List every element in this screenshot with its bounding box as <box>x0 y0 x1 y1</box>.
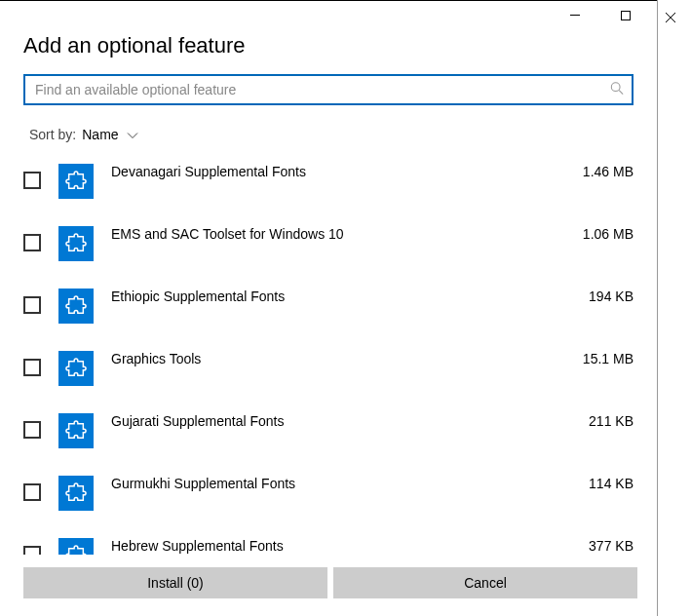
feature-name: Hebrew Supplemental Fonts <box>111 538 571 554</box>
chevron-down-icon <box>127 127 138 142</box>
list-item[interactable]: Hebrew Supplemental Fonts 377 KB <box>23 530 637 555</box>
sort-selector[interactable]: Sort by: Name <box>0 113 657 150</box>
svg-point-4 <box>611 83 620 92</box>
list-item[interactable]: Gurmukhi Supplemental Fonts 114 KB <box>23 468 637 530</box>
list-item[interactable]: EMS and SAC Toolset for Windows 10 1.06 … <box>23 218 637 281</box>
feature-name: EMS and SAC Toolset for Windows 10 <box>111 226 565 242</box>
feature-size: 1.06 MB <box>583 226 637 242</box>
checkbox[interactable] <box>23 234 41 251</box>
list-item[interactable]: Ethiopic Supplemental Fonts 194 KB <box>23 281 637 343</box>
checkbox[interactable] <box>23 483 41 501</box>
feature-size: 1.46 MB <box>583 164 637 179</box>
footer: Install (0) Cancel <box>0 555 657 616</box>
puzzle-icon <box>58 351 94 386</box>
svg-line-5 <box>619 91 623 95</box>
search-input[interactable] <box>23 74 633 105</box>
cancel-button[interactable]: Cancel <box>333 567 637 598</box>
puzzle-icon <box>58 413 94 448</box>
puzzle-icon <box>58 476 94 511</box>
checkbox[interactable] <box>23 546 41 555</box>
feature-list[interactable]: Devanagari Supplemental Fonts 1.46 MB EM… <box>0 150 657 555</box>
feature-name: Gujarati Supplemental Fonts <box>111 413 571 429</box>
close-icon <box>665 12 676 23</box>
feature-size: 114 KB <box>589 476 637 491</box>
checkbox[interactable] <box>23 296 41 314</box>
feature-size: 377 KB <box>589 538 637 554</box>
sort-value: Name <box>82 127 118 142</box>
feature-size: 211 KB <box>589 413 637 429</box>
maximize-button[interactable] <box>606 2 645 29</box>
feature-name: Gurmukhi Supplemental Fonts <box>111 476 571 491</box>
list-item[interactable]: Devanagari Supplemental Fonts 1.46 MB <box>23 156 637 218</box>
puzzle-icon <box>58 289 94 324</box>
svg-rect-0 <box>570 15 580 16</box>
feature-name: Devanagari Supplemental Fonts <box>111 164 565 179</box>
list-item[interactable]: Graphics Tools 15.1 MB <box>23 343 637 405</box>
minimize-button[interactable] <box>556 2 595 29</box>
sort-label: Sort by: <box>29 127 76 142</box>
feature-size: 194 KB <box>589 289 637 304</box>
puzzle-icon <box>58 226 94 261</box>
checkbox[interactable] <box>23 359 41 376</box>
install-button[interactable]: Install (0) <box>23 567 327 598</box>
svg-rect-1 <box>622 11 631 19</box>
page-title: Add an optional feature <box>23 33 633 58</box>
list-item[interactable]: Gujarati Supplemental Fonts 211 KB <box>23 405 637 468</box>
checkbox[interactable] <box>23 172 41 189</box>
puzzle-icon <box>58 538 94 555</box>
maximize-icon <box>621 11 631 20</box>
search-icon <box>610 82 624 98</box>
feature-name: Ethiopic Supplemental Fonts <box>111 289 571 304</box>
checkbox[interactable] <box>23 421 41 439</box>
puzzle-icon <box>58 164 94 199</box>
feature-size: 15.1 MB <box>583 351 637 366</box>
close-button[interactable] <box>656 8 685 27</box>
titlebar <box>0 0 657 29</box>
minimize-icon <box>570 15 580 16</box>
feature-name: Graphics Tools <box>111 351 565 366</box>
